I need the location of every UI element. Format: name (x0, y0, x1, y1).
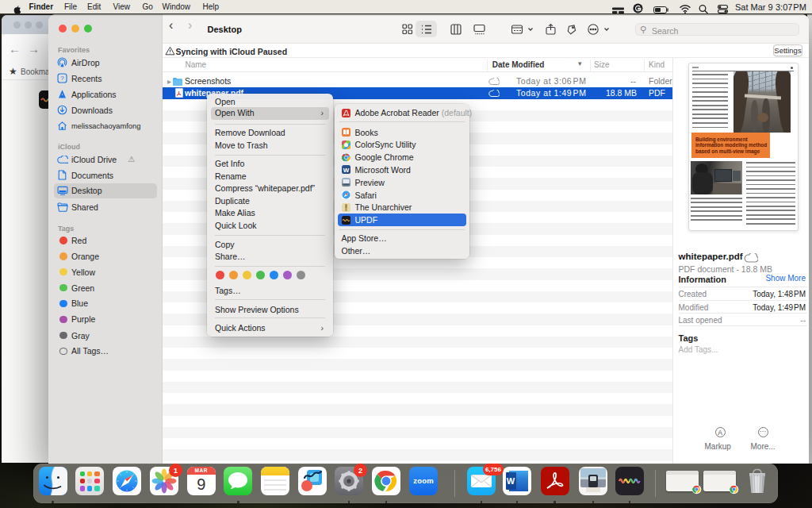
svg-text:W: W (343, 167, 349, 174)
svg-text:?: ? (60, 75, 64, 82)
